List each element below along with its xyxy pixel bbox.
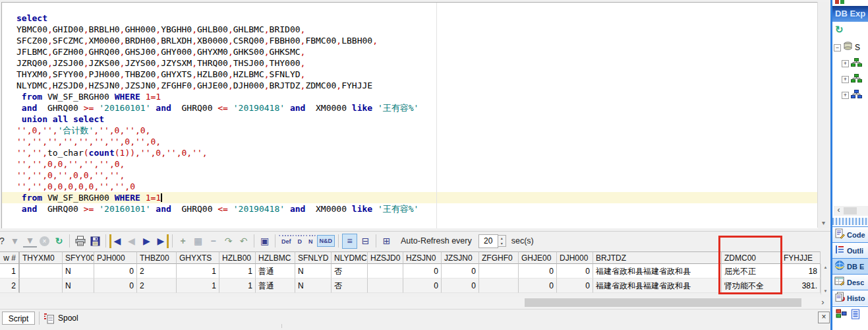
sql-editor[interactable]: selectYBMC00,GHID00,BRBLH0,GHH000,YBGHH0…	[1, 2, 818, 228]
grid-header-zfghf0[interactable]: ZFGHF0	[479, 251, 519, 264]
code-line[interactable]: '','',0,0,0,0,0,'','',0	[2, 181, 818, 192]
grid-cell[interactable]: 否	[332, 279, 368, 293]
grid-header-jzsjn0[interactable]: JZSJN0	[442, 251, 479, 264]
grid-cell[interactable]	[479, 264, 519, 279]
code-line[interactable]: '','','','','','','',0,'',0,	[2, 136, 818, 147]
grid-cell[interactable]: 2	[0, 279, 20, 293]
close-results-button[interactable]: ×	[818, 312, 830, 323]
code-line[interactable]: THYXM0,SFYY00,PJH000,THBZ00,GHYXTS,HZLB0…	[2, 69, 818, 80]
grid-cell[interactable]: N	[295, 279, 332, 293]
filter-to-end-icon[interactable]: ▼	[23, 235, 37, 248]
grid-view-icon[interactable]: ≡	[342, 234, 357, 249]
expand-icon[interactable]: +	[842, 76, 849, 83]
grid-horizontal-scrollbar[interactable]: ›	[0, 297, 829, 308]
panel-outline[interactable]: Outli	[832, 242, 868, 258]
grid-header-ghyxts[interactable]: GHYXTS	[177, 251, 219, 264]
grid-cell[interactable]: 1	[0, 264, 20, 279]
tree-node[interactable]: +	[842, 71, 868, 87]
grid-cell[interactable]: 0	[519, 264, 557, 279]
grid-header-hzlbmc[interactable]: HZLBMC	[256, 251, 295, 264]
last-record-icon[interactable]: ▶	[155, 234, 169, 248]
revert-changes-icon[interactable]: ↶	[237, 234, 250, 248]
grid-vertical-scrollbar[interactable]: ▲ ▼	[821, 264, 830, 294]
record-view-icon[interactable]: ⊟	[359, 234, 372, 248]
scroll-left-icon[interactable]: ‹	[834, 206, 844, 216]
post-changes-icon[interactable]: ↷	[221, 234, 235, 248]
grid-cell[interactable]: 1	[219, 279, 256, 293]
grid-cell[interactable]: 0	[557, 279, 593, 293]
filter-icon[interactable]: ▼	[8, 234, 22, 248]
grid-cell[interactable]: 福建省政和县福建省政和县	[593, 264, 722, 279]
tree-node[interactable]: +	[842, 87, 868, 103]
scrollbar-thumb[interactable]	[844, 207, 857, 214]
tab-spool[interactable]: Spool	[43, 312, 78, 325]
code-line[interactable]: '','',to_char(count(1)),'',0,'',0,'',	[2, 147, 818, 158]
grid-header-sfnlyd[interactable]: SFNLYD	[295, 251, 332, 264]
panel-describe[interactable]: Desc	[832, 274, 868, 290]
save-icon[interactable]	[88, 234, 102, 248]
grid-header-hzlb00[interactable]: HZLB00	[219, 251, 256, 264]
prev-record-icon[interactable]: ◀	[125, 234, 138, 248]
column-width-name-data-button[interactable]: N&D	[317, 235, 335, 247]
expand-icon[interactable]: +	[842, 92, 849, 99]
scroll-up-icon[interactable]: ▲	[821, 265, 830, 269]
grid-header-hzsjn0[interactable]: HZSJN0	[403, 251, 442, 264]
refresh-results-icon[interactable]: ↻	[52, 234, 66, 248]
grid-cell[interactable]	[368, 279, 403, 293]
panel-splitter[interactable]	[832, 218, 868, 225]
help-clipped-icon[interactable]: ?	[0, 234, 7, 248]
grid-header-nlydmc[interactable]: NLYDMC	[332, 251, 368, 264]
grid-header-zdmc00[interactable]: ZDMC00	[722, 251, 781, 264]
grid-cell[interactable]: 1	[219, 264, 256, 279]
grid-header-sfyy00[interactable]: SFYY00	[63, 251, 94, 264]
grid-cell[interactable]	[20, 264, 63, 279]
grid-cell[interactable]: N	[295, 264, 332, 279]
grid-cell[interactable]: 381.	[781, 279, 821, 293]
tree-refresh-icon[interactable]: ↻	[835, 24, 844, 36]
grid-cell[interactable]: 0	[557, 264, 593, 279]
grid-cell[interactable]: 0	[403, 264, 442, 279]
grid-header-djh000[interactable]: DJH000	[557, 251, 593, 264]
document-list-icon[interactable]	[851, 309, 860, 322]
grid-cell[interactable]: N	[63, 264, 94, 279]
grid-cell[interactable]: 否	[332, 264, 368, 279]
tree-node[interactable]: −S	[834, 40, 868, 55]
tree-horizontal-scrollbar[interactable]: ‹	[834, 206, 868, 216]
code-line[interactable]: union all select	[2, 114, 818, 125]
code-line[interactable]: NLYDMC,HZSJD0,HZSJN0,JZSJN0,ZFGHF0,GHJE0…	[2, 80, 818, 91]
grid-cell[interactable]: 2	[137, 264, 177, 279]
grid-cell[interactable]: 普通	[256, 279, 295, 293]
grid-cell[interactable]: 屈光不正	[722, 264, 781, 279]
code-line[interactable]: '',0,'','合计数','',0,'',0,	[2, 125, 818, 136]
autorefresh-interval-input[interactable]	[478, 234, 498, 248]
grid-header-hzsjd0[interactable]: HZSJD0	[368, 251, 403, 264]
grid-cell[interactable]: 0	[94, 264, 137, 279]
grid-header-fyhjje[interactable]: FYHJJE	[781, 251, 821, 264]
window-list-icon[interactable]	[836, 309, 847, 322]
scrollbar-thumb[interactable]	[525, 298, 801, 307]
insert-record-icon[interactable]: +	[176, 234, 190, 248]
code-line[interactable]: JFLBMC,GFZH00,GHRQ00,GHSJ00,GHY000,GHYXM…	[2, 46, 818, 57]
code-line[interactable]: '','',0,'',0,0,'','',	[2, 170, 818, 181]
grid-header-thyxm0[interactable]: THYXM0	[20, 251, 63, 264]
grid-cell[interactable]: N	[63, 279, 94, 293]
code-line[interactable]: and GHRQ00 >= '20160101' and GHRQ00 <= '…	[2, 203, 818, 214]
delete-record-icon[interactable]: −	[206, 234, 220, 248]
grid-cell[interactable]: 18	[781, 264, 821, 279]
scroll-down-icon[interactable]: ▾	[818, 219, 829, 226]
grid-cell[interactable]	[368, 264, 403, 279]
grid-cell[interactable]: 0	[442, 279, 479, 293]
grid-cell[interactable]: 1	[177, 264, 219, 279]
first-record-icon[interactable]: ◀	[109, 234, 123, 248]
collapse-icon[interactable]: −	[834, 44, 841, 51]
grid-header-brjtdz[interactable]: BRJTDZ	[593, 251, 722, 264]
grid-header-thbz00[interactable]: THBZ00	[137, 251, 177, 264]
tab-script[interactable]: Script	[2, 312, 35, 325]
editor-vertical-scrollbar[interactable]: ▾	[817, 2, 829, 228]
grid-cell[interactable]: 普通	[256, 264, 295, 279]
code-line[interactable]: '','',0,0,'','','',0,	[2, 158, 818, 170]
grid-cell[interactable]	[479, 279, 519, 293]
insert-row-grid-icon[interactable]: ▦	[191, 234, 205, 248]
column-width-data-button[interactable]: D	[295, 235, 305, 248]
grid-header-ghje00[interactable]: GHJE00	[519, 251, 557, 264]
